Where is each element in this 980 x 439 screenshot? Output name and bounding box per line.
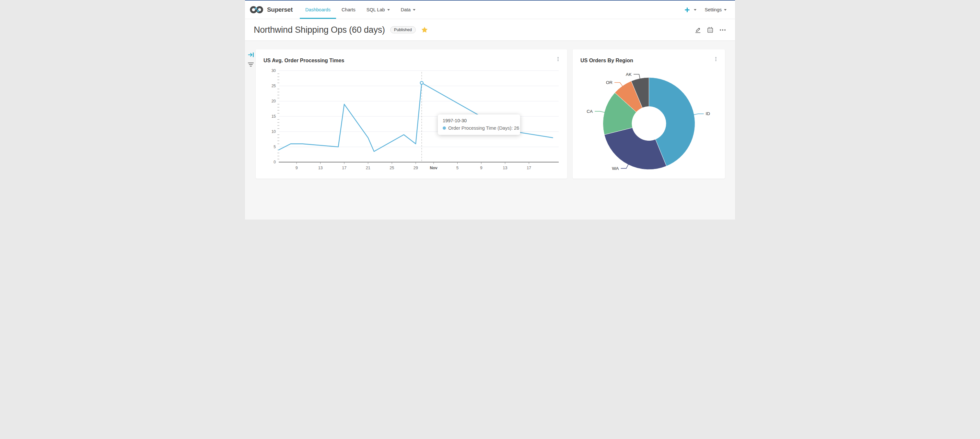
more-options-icon[interactable] xyxy=(719,27,726,34)
chevron-down-icon xyxy=(724,9,727,11)
settings-menu[interactable]: Settings xyxy=(705,7,727,12)
calendar-icon[interactable] xyxy=(707,27,714,34)
svg-text:Nov: Nov xyxy=(430,166,438,170)
svg-text:21: 21 xyxy=(366,166,371,170)
svg-text:15: 15 xyxy=(272,114,276,119)
svg-text:CA: CA xyxy=(587,109,593,114)
svg-text:OR: OR xyxy=(606,80,613,85)
topbar-right-actions: Settings xyxy=(685,1,735,19)
svg-text:20: 20 xyxy=(272,99,276,104)
dashboard-title: Northwind Shipping Ops (60 days) xyxy=(254,25,385,35)
svg-text:25: 25 xyxy=(390,166,394,170)
svg-text:AK: AK xyxy=(626,72,632,77)
svg-text:10: 10 xyxy=(272,129,276,134)
svg-text:17: 17 xyxy=(527,166,531,170)
line-chart-canvas[interactable]: 05101520253091317212529Nov591317 xyxy=(256,49,567,179)
dashboard-header: Northwind Shipping Ops (60 days) Publish… xyxy=(245,19,735,41)
nav-item-dashboards[interactable]: Dashboards xyxy=(300,1,336,19)
svg-text:ID: ID xyxy=(706,111,710,116)
svg-text:30: 30 xyxy=(272,69,276,73)
svg-text:5: 5 xyxy=(456,166,458,170)
favorite-star-icon[interactable] xyxy=(421,26,428,34)
chevron-down-icon xyxy=(694,9,697,11)
nav-item-charts[interactable]: Charts xyxy=(336,1,361,19)
svg-text:5: 5 xyxy=(274,145,276,149)
top-navbar: Superset Dashboards Charts SQL Lab Data xyxy=(245,0,735,19)
svg-text:9: 9 xyxy=(296,166,298,170)
plus-icon xyxy=(685,8,690,12)
chevron-down-icon xyxy=(413,9,415,11)
svg-text:17: 17 xyxy=(342,166,347,170)
svg-text:WA: WA xyxy=(612,166,619,171)
series-dot-icon xyxy=(443,126,446,130)
donut-chart-canvas[interactable]: IDWACAORAK xyxy=(573,49,725,179)
chart-card-processing-times: US Avg. Order Processing Times 051015202… xyxy=(256,49,567,179)
superset-brand[interactable]: Superset xyxy=(250,1,293,19)
new-item-button[interactable] xyxy=(685,8,697,12)
svg-text:0: 0 xyxy=(274,160,276,164)
svg-text:13: 13 xyxy=(318,166,323,170)
nav-item-sql-lab[interactable]: SQL Lab xyxy=(361,1,395,19)
nav-item-data[interactable]: Data xyxy=(395,1,421,19)
published-badge[interactable]: Published xyxy=(390,26,416,34)
filter-icon[interactable] xyxy=(248,62,254,67)
chart-card-orders-by-region: US Orders By Region IDWACAORAK xyxy=(573,49,725,179)
svg-text:9: 9 xyxy=(480,166,482,170)
chevron-down-icon xyxy=(387,9,390,11)
main-nav: Dashboards Charts SQL Lab Data xyxy=(300,1,421,19)
chart-tooltip: 1997-10-30 Order Processing Time (Days):… xyxy=(438,115,520,135)
superset-logo-icon xyxy=(250,5,264,14)
tooltip-date: 1997-10-30 xyxy=(443,118,515,123)
header-action-icons xyxy=(695,27,726,34)
superset-dashboard-page: Superset Dashboards Charts SQL Lab Data xyxy=(245,0,735,219)
brand-name: Superset xyxy=(267,6,293,13)
expand-filter-bar-icon[interactable] xyxy=(248,52,255,58)
svg-text:29: 29 xyxy=(414,166,418,170)
tooltip-series-value: Order Processing Time (Days): 26 xyxy=(448,126,519,131)
edit-pencil-icon[interactable] xyxy=(695,27,701,34)
svg-text:13: 13 xyxy=(503,166,508,170)
svg-text:25: 25 xyxy=(272,84,276,88)
